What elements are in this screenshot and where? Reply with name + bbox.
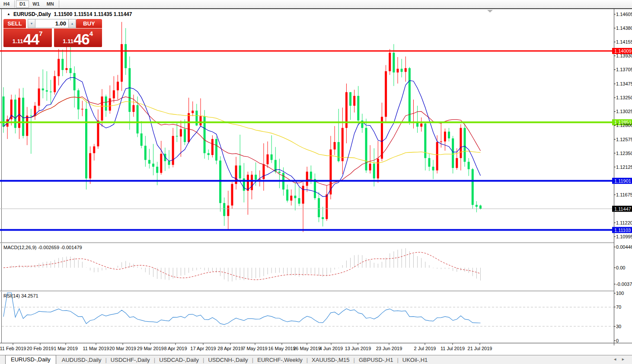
svg-text:17 Apr 2019: 17 Apr 2019 xyxy=(190,346,216,351)
svg-text:8 Apr 2019: 8 Apr 2019 xyxy=(164,346,187,351)
svg-text:2 Jul 2019: 2 Jul 2019 xyxy=(414,346,436,351)
buy-button[interactable]: BUY xyxy=(76,19,102,28)
svg-text:1 Mar 2019: 1 Mar 2019 xyxy=(54,346,78,351)
svg-text:1.13705: 1.13705 xyxy=(616,67,632,72)
svg-text:1.14380: 1.14380 xyxy=(616,25,632,31)
buy-price-prefix: 1.11 xyxy=(63,38,73,44)
svg-text:11 Jul 2019: 11 Jul 2019 xyxy=(440,346,465,351)
svg-text:0.004465: 0.004465 xyxy=(616,244,632,250)
svg-text:1.13930: 1.13930 xyxy=(616,53,632,58)
svg-text:1.13250: 1.13250 xyxy=(616,95,632,100)
timeframe-d1-button[interactable]: D1 xyxy=(16,0,29,8)
svg-text:0.00: 0.00 xyxy=(616,265,625,270)
svg-text:1.11103: 1.11103 xyxy=(614,228,631,233)
svg-text:1.13025: 1.13025 xyxy=(616,109,632,114)
timeframe-toolbar: H4 D1 W1 MN xyxy=(0,0,632,9)
chart-tab-usdcnh-daily[interactable]: USDCNH-,Daily xyxy=(205,357,251,363)
svg-text:1.11675: 1.11675 xyxy=(616,192,632,197)
svg-text:29 Mar 2019: 29 Mar 2019 xyxy=(137,346,164,351)
tab-separator: | xyxy=(306,357,309,363)
svg-text:1.14155: 1.14155 xyxy=(616,39,632,44)
chart-tab-audusd-daily[interactable]: AUDUSD-,Daily xyxy=(59,357,105,363)
volume-input[interactable] xyxy=(35,19,68,28)
svg-text:11 Mar 2019: 11 Mar 2019 xyxy=(83,346,109,351)
buy-price-pip: 4 xyxy=(89,30,93,37)
chart-tab-ukoil-h1[interactable]: UKOil-,H1 xyxy=(399,357,431,363)
buy-price-box[interactable]: 1.11464 xyxy=(54,28,102,47)
toolbar-separator xyxy=(59,0,59,8)
svg-text:4 Jun 2019: 4 Jun 2019 xyxy=(319,346,343,351)
chart-symbol-title: ▲ EURUSD-,Daily 1.11500 1.11514 1.11435 … xyxy=(7,11,132,17)
chart-tab-usdchf-daily[interactable]: USDCHF-,Daily xyxy=(108,357,153,363)
one-click-trading-panel: SELL ▼ ▲ BUY 1.11447 1.11464 xyxy=(3,19,102,47)
svg-text:1.10995: 1.10995 xyxy=(616,234,632,239)
svg-text:0: 0 xyxy=(616,338,619,343)
svg-text:23 Jun 2019: 23 Jun 2019 xyxy=(376,346,402,351)
svg-text:100: 100 xyxy=(616,291,624,296)
svg-text:28 Apr 2019: 28 Apr 2019 xyxy=(217,346,243,351)
tab-separator: | xyxy=(251,357,254,363)
svg-text:1.14605: 1.14605 xyxy=(616,12,632,17)
macd-indicator-label: MACD(12,26,9) -0.002659 -0.001479 xyxy=(3,245,82,250)
tab-separator: | xyxy=(153,357,156,363)
svg-text:1.12800: 1.12800 xyxy=(616,123,632,128)
tab-separator: | xyxy=(202,357,205,363)
chart-canvas: 1.140091.128511.119011.111031.114471.146… xyxy=(0,8,632,355)
svg-text:1.14009: 1.14009 xyxy=(614,48,632,54)
svg-text:-0.003715: -0.003715 xyxy=(616,282,632,287)
mt4-chart-window: H4 D1 W1 MN 1.140091.128511.119011.11103… xyxy=(0,0,632,364)
buy-price-main: 46 xyxy=(73,32,89,46)
volume-increase-button[interactable]: ▲ xyxy=(68,19,76,28)
svg-text:21 Jul 2019: 21 Jul 2019 xyxy=(468,346,492,351)
timeframe-w1-button[interactable]: W1 xyxy=(29,0,43,8)
tab-separator: | xyxy=(104,357,107,363)
sell-price-prefix: 1.11 xyxy=(13,38,23,44)
svg-text:1.11220: 1.11220 xyxy=(616,220,632,225)
sell-price-pip: 7 xyxy=(39,30,42,37)
volume-stepper: ▼ ▲ xyxy=(28,19,76,28)
chart-tab-usdcad-daily[interactable]: USDCAD-,Daily xyxy=(156,357,202,363)
symbol-period-label: EURUSD-,Daily xyxy=(13,11,51,17)
chart-tab-bar: EURUSD-,DailyAUDUSD-,Daily|USDCHF-,Daily… xyxy=(0,355,632,364)
sell-price-box[interactable]: 1.11447 xyxy=(3,28,52,47)
chart-tab-gbpusd-h1[interactable]: GBPUSD-,H1 xyxy=(356,357,396,363)
collapse-triangle-icon[interactable]: ▲ xyxy=(7,12,10,16)
svg-text:16 May 2019: 16 May 2019 xyxy=(268,346,296,351)
svg-text:1.12350: 1.12350 xyxy=(616,151,632,156)
timeframe-mn-button[interactable]: MN xyxy=(43,0,57,8)
svg-text:1.13475: 1.13475 xyxy=(616,81,632,86)
svg-text:20 Feb 2019: 20 Feb 2019 xyxy=(27,346,54,351)
rsi-indicator-label: RSI(14) 34.2571 xyxy=(3,293,38,298)
tab-scroll-arrows[interactable]: ◄► xyxy=(613,357,629,361)
chart-tab-eurusd-daily[interactable]: EURUSD-,Daily xyxy=(5,355,56,364)
svg-text:13 Jun 2019: 13 Jun 2019 xyxy=(345,346,371,351)
svg-text:30: 30 xyxy=(616,324,621,329)
svg-text:20 Mar 2019: 20 Mar 2019 xyxy=(109,346,136,351)
svg-text:1.12575: 1.12575 xyxy=(616,137,632,142)
toolbar-separator xyxy=(14,0,15,8)
svg-text:7 May 2019: 7 May 2019 xyxy=(243,346,267,351)
tab-separator: | xyxy=(396,357,399,363)
svg-text:70: 70 xyxy=(616,304,621,310)
tab-separator: | xyxy=(353,357,356,363)
sell-button[interactable]: SELL xyxy=(3,19,26,28)
ohlc-values: 1.11500 1.11514 1.11435 1.11447 xyxy=(54,11,132,17)
chart-tab-xauusd-m15[interactable]: XAUUSD-,M15 xyxy=(309,357,352,363)
svg-text:1.11901: 1.11901 xyxy=(614,178,631,184)
svg-text:1.12125: 1.12125 xyxy=(616,165,632,170)
current-price-label: 1.11447 xyxy=(614,206,631,212)
volume-decrease-button[interactable]: ▼ xyxy=(28,19,35,28)
svg-text:26 May 2019: 26 May 2019 xyxy=(293,346,321,351)
timeframe-h4-button[interactable]: H4 xyxy=(0,0,13,8)
chart-tab-eurchf-weekly[interactable]: EURCHF-,Weekly xyxy=(254,357,306,363)
sell-price-main: 44 xyxy=(23,32,39,46)
svg-text:11 Feb 2019: 11 Feb 2019 xyxy=(0,346,26,351)
